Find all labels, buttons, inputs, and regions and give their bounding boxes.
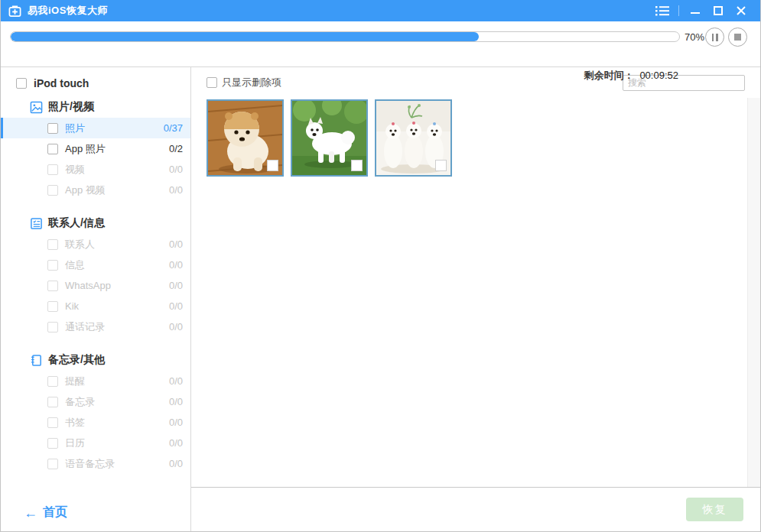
progress-fill xyxy=(11,32,479,41)
device-checkbox[interactable] xyxy=(16,78,27,89)
reminders-count: 0/0 xyxy=(169,375,183,387)
section-contacts-messages: 联系人/信息 xyxy=(1,212,190,234)
menu-button[interactable] xyxy=(651,0,674,21)
vertical-scrollbar[interactable] xyxy=(747,98,760,487)
recover-button[interactable]: 恢复 xyxy=(686,498,743,521)
videos-checkbox[interactable] xyxy=(47,164,58,175)
app-videos-count: 0/0 xyxy=(169,184,183,196)
photo-icon xyxy=(30,101,43,114)
close-icon xyxy=(737,6,746,15)
app-title: 易我iOS恢复大师 xyxy=(28,4,108,18)
app-logo-icon xyxy=(8,5,21,18)
stop-icon xyxy=(734,34,741,41)
photo-thumbnail-3[interactable] xyxy=(375,99,452,177)
photo-thumbnail-2[interactable] xyxy=(291,99,368,177)
sidebar-item-calendar[interactable]: 日历 0/0 xyxy=(1,433,190,453)
voice-memos-count: 0/0 xyxy=(169,458,183,469)
back-arrow-icon: ← xyxy=(24,506,37,520)
contacts-checkbox[interactable] xyxy=(47,239,58,250)
scan-progress-section: 70% 正在扫描 iPod touch，请稍等... 剩余时间： 00:09:5… xyxy=(1,21,760,67)
stop-button[interactable] xyxy=(728,28,747,47)
kik-checkbox[interactable] xyxy=(47,301,58,312)
progress-bar xyxy=(10,31,680,42)
photos-count: 0/37 xyxy=(164,122,183,134)
sidebar-item-voice-memos[interactable]: 语音备忘录 0/0 xyxy=(1,453,190,474)
messages-count: 0/0 xyxy=(169,259,183,271)
videos-count: 0/0 xyxy=(169,164,183,175)
photo-grid xyxy=(191,98,760,177)
app-photos-count: 0/2 xyxy=(169,143,183,154)
titlebar-separator xyxy=(678,5,679,16)
title-bar: 易我iOS恢复大师 xyxy=(1,0,760,21)
sidebar-item-app-photos[interactable]: App 照片 0/2 xyxy=(1,138,190,159)
notes-checkbox[interactable] xyxy=(47,397,58,407)
kik-count: 0/0 xyxy=(169,300,183,312)
sidebar-item-photos[interactable]: 照片 0/37 xyxy=(1,118,190,138)
close-button[interactable] xyxy=(730,0,753,21)
calendar-checkbox[interactable] xyxy=(47,438,58,449)
minimize-icon xyxy=(691,6,700,15)
call-history-checkbox[interactable] xyxy=(47,322,58,332)
sidebar-item-contacts[interactable]: 联系人 0/0 xyxy=(1,234,190,255)
contacts-count: 0/0 xyxy=(169,238,183,250)
sidebar-item-videos[interactable]: 视频 0/0 xyxy=(1,159,190,180)
maximize-button[interactable] xyxy=(707,0,730,21)
messages-checkbox[interactable] xyxy=(47,260,58,271)
home-link[interactable]: ← 首页 xyxy=(24,504,67,521)
device-row[interactable]: iPod touch xyxy=(1,73,190,93)
progress-percent: 70% xyxy=(685,31,704,43)
photo-results-area xyxy=(191,98,760,487)
calendar-count: 0/0 xyxy=(169,437,183,449)
bookmarks-checkbox[interactable] xyxy=(47,417,58,428)
sidebar-item-kik[interactable]: Kik 0/0 xyxy=(1,296,190,316)
sidebar-item-reminders[interactable]: 提醒 0/0 xyxy=(1,371,190,391)
whatsapp-checkbox[interactable] xyxy=(47,281,58,291)
section-photos-videos: 照片/视频 xyxy=(1,96,190,118)
sidebar-item-call-history[interactable]: 通话记录 0/0 xyxy=(1,316,190,337)
pause-button[interactable] xyxy=(705,28,724,47)
sidebar-item-app-videos[interactable]: App 视频 0/0 xyxy=(1,180,190,200)
category-sidebar: iPod touch 照片/视频 照片 0/37 App 照片 0/2 xyxy=(1,67,191,531)
photo-3-checkbox[interactable] xyxy=(435,160,447,171)
app-videos-checkbox[interactable] xyxy=(47,185,58,196)
main-panel: 只显示删除项 xyxy=(191,67,760,531)
maximize-icon xyxy=(714,6,723,15)
section-notes-others: 备忘录/其他 xyxy=(1,349,190,371)
sidebar-item-messages[interactable]: 信息 0/0 xyxy=(1,255,190,275)
call-history-count: 0/0 xyxy=(169,321,183,332)
reminders-checkbox[interactable] xyxy=(47,376,58,387)
sidebar-item-notes[interactable]: 备忘录 0/0 xyxy=(1,391,190,412)
photo-2-checkbox[interactable] xyxy=(351,160,363,171)
app-photos-checkbox[interactable] xyxy=(47,144,58,154)
contacts-icon xyxy=(30,217,43,230)
remaining-time-value: 00:09:52 xyxy=(639,70,678,81)
photo-1-checkbox[interactable] xyxy=(267,160,278,171)
notes-count: 0/0 xyxy=(169,396,183,407)
sidebar-item-bookmarks[interactable]: 书签 0/0 xyxy=(1,412,190,433)
device-name: iPod touch xyxy=(34,77,89,89)
bookmarks-count: 0/0 xyxy=(169,417,183,428)
notes-icon xyxy=(30,354,43,367)
minimize-button[interactable] xyxy=(684,0,707,21)
photos-checkbox[interactable] xyxy=(47,123,58,134)
bottom-action-bar: 恢复 xyxy=(191,487,760,531)
photo-thumbnail-1[interactable] xyxy=(207,99,284,177)
remaining-time-block: 剩余时间： 00:09:52 xyxy=(584,69,678,83)
app-window: 易我iOS恢复大师 70% xyxy=(0,0,761,532)
voice-memos-checkbox[interactable] xyxy=(47,459,58,469)
sidebar-item-whatsapp[interactable]: WhatsApp 0/0 xyxy=(1,275,190,296)
pause-icon xyxy=(712,34,718,41)
whatsapp-count: 0/0 xyxy=(169,280,183,291)
menu-icon xyxy=(655,5,669,16)
remaining-time-label: 剩余时间： xyxy=(584,70,634,81)
